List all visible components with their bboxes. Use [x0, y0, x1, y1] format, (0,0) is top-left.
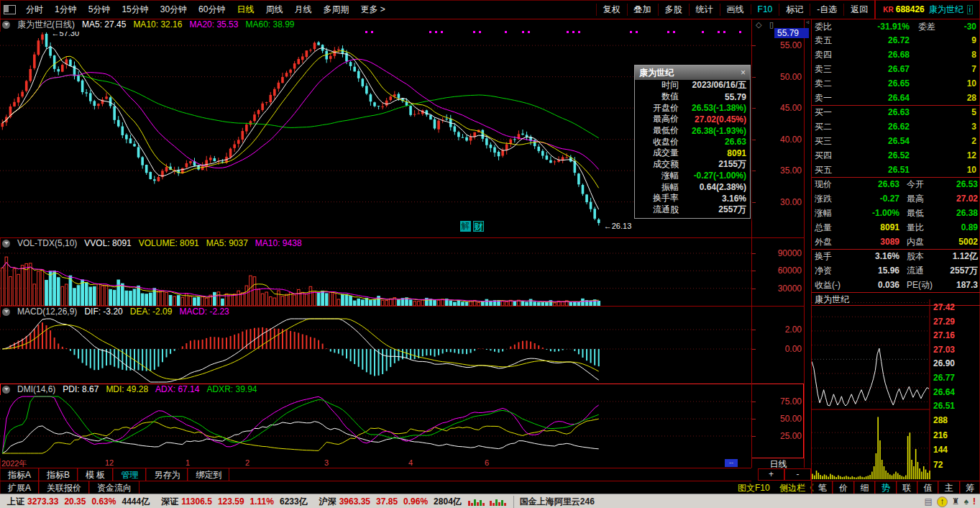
tab-另存为[interactable]: 另存为 — [146, 468, 188, 481]
chevron-down-icon[interactable] — [2, 21, 10, 29]
timeframe-周线[interactable]: 周线 — [260, 4, 288, 16]
bid-price[interactable]: 26.52 — [848, 150, 910, 160]
sidebar-tab-价[interactable]: 价 — [833, 481, 853, 494]
popup-row: 成交量8091 — [635, 148, 750, 159]
sidebar-tab-筹[interactable]: 筹 — [960, 481, 980, 494]
page-icon[interactable]: ▤ — [925, 496, 933, 507]
ask-price[interactable]: 26.68 — [848, 50, 910, 60]
tab-指标B[interactable]: 指标B — [39, 468, 78, 481]
chevron-down-icon[interactable] — [2, 308, 10, 316]
popup-row-value: 27.02(0.45%) — [679, 114, 746, 124]
bid-price[interactable]: 26.51 — [848, 165, 910, 175]
timeframe-60分钟[interactable]: 60分钟 — [193, 4, 231, 16]
timeframe-15分钟[interactable]: 15分钟 — [116, 4, 154, 16]
zoom-in-button[interactable]: + — [758, 468, 784, 481]
tab-管理[interactable]: 管理 — [113, 468, 146, 481]
tab-扩展A[interactable]: 扩展A — [0, 481, 39, 494]
tree-icon[interactable]: ♠ — [964, 496, 968, 507]
macd-chart[interactable] — [0, 317, 751, 384]
event-marker-dot — [429, 31, 431, 33]
sidebar-tab-笔[interactable]: 笔 — [812, 481, 833, 494]
page-icon[interactable]: ▯ — [769, 20, 774, 30]
mini-intraday-chart[interactable] — [812, 299, 930, 479]
timeframe-多周期[interactable]: 多周期 — [317, 4, 354, 16]
index-name[interactable]: 深证 — [161, 496, 178, 508]
sidebar-tab-势[interactable]: 势 — [875, 481, 896, 494]
sidebar-tab-主[interactable]: 主 — [938, 481, 959, 494]
tab-绑定到[interactable]: 绑定到 — [188, 468, 229, 481]
timeframe-更多 >[interactable]: 更多 > — [354, 4, 390, 16]
price-header-seg: 康为世纪(日线) — [17, 19, 75, 31]
ask-price[interactable]: 26.65 — [848, 78, 910, 89]
popup-row-label: 换手率 — [638, 192, 679, 204]
ask-price[interactable]: 26.64 — [848, 93, 910, 103]
upload-circle-icon[interactable]: ↑ — [937, 496, 948, 507]
tab-资金流向[interactable]: 资金流向 — [89, 481, 139, 494]
tab-关联报价[interactable]: 关联报价 — [39, 481, 89, 494]
menu-标记[interactable]: 标记 — [779, 4, 810, 16]
sidebar-toggle-button[interactable]: 侧边栏《 — [779, 482, 814, 494]
alert-icon[interactable]: ! — [973, 496, 976, 507]
bid-price[interactable]: 26.63 — [848, 107, 910, 117]
timeframe-5分钟[interactable]: 5分钟 — [83, 4, 116, 16]
event-marker-dot — [567, 31, 569, 33]
close-icon[interactable]: × — [741, 68, 746, 78]
axis-tick — [752, 289, 756, 289]
sidebar-tab-细[interactable]: 细 — [854, 481, 875, 494]
quote-sidebar: 委比-31.91%委差-30卖五26.729卖四26.688卖三26.677卖二… — [811, 19, 980, 481]
timeframe-分时[interactable]: 分时 — [20, 4, 49, 16]
ask-price[interactable]: 26.67 — [848, 64, 910, 74]
timeframe-日线[interactable]: 日线 — [231, 4, 260, 16]
cai-button[interactable]: 财 — [473, 221, 484, 232]
zoom-out-button[interactable]: - — [784, 468, 811, 481]
menu-画线[interactable]: 画线 — [720, 4, 751, 16]
stat-row: 总量8091量比0.89 — [812, 220, 980, 235]
menu-统计[interactable]: 统计 — [689, 4, 720, 16]
volume-chart[interactable] — [0, 249, 751, 306]
chevron-down-icon[interactable] — [2, 386, 10, 394]
h-scrollbar-thumb[interactable]: -- — [725, 459, 738, 467]
mini-barchart-icon[interactable] — [468, 497, 485, 506]
bid-price[interactable]: 26.62 — [848, 122, 910, 132]
menu-多股[interactable]: 多股 — [658, 4, 689, 16]
mini-barchart-icon[interactable] — [490, 497, 507, 506]
ask-price[interactable]: 26.72 — [848, 35, 910, 45]
menu-叠加[interactable]: 叠加 — [627, 4, 658, 16]
bid-price[interactable]: 26.54 — [848, 136, 910, 146]
menu-返回[interactable]: 返回 — [843, 4, 874, 16]
popup-row: 换手率3.16% — [635, 193, 750, 204]
popup-row: 最高价27.02(0.45%) — [635, 114, 750, 125]
server-name[interactable]: 国金上海阿里云246 — [513, 496, 595, 508]
diamond-icon[interactable]: ◇ — [756, 20, 761, 30]
sidebar-tab-值[interactable]: 值 — [917, 481, 938, 494]
stock-info-icon[interactable]: i — [967, 5, 973, 14]
menu-复权[interactable]: 复权 — [596, 4, 627, 16]
panel-splitter[interactable]: ◃ — [804, 19, 811, 468]
window-icon[interactable] — [4, 5, 16, 14]
weicha-label: 委差 — [910, 21, 951, 33]
menu--自选[interactable]: -自选 — [810, 4, 843, 16]
index-value: 11306.5 — [181, 496, 212, 507]
dmi-chart[interactable] — [0, 395, 751, 458]
timeframe-1分钟[interactable]: 1分钟 — [49, 4, 83, 16]
index-name[interactable]: 沪深 — [319, 496, 336, 508]
index-value: 3273.33 — [27, 496, 58, 507]
tab-指标A[interactable]: 指标A — [0, 468, 39, 481]
timeframe-30分钟[interactable]: 30分钟 — [155, 4, 193, 16]
axis-tick — [752, 402, 756, 402]
chevron-down-icon[interactable] — [2, 240, 10, 248]
index-amount: 6233亿 — [280, 496, 308, 508]
popup-row-value: 3.16% — [679, 194, 746, 204]
event-marker-dot — [371, 31, 373, 33]
sidebar-tab-联[interactable]: 联 — [897, 481, 917, 494]
jie-button[interactable]: 解 — [460, 221, 471, 232]
menu-F10[interactable]: F10 — [751, 4, 779, 14]
timeframe-月线[interactable]: 月线 — [288, 4, 317, 16]
antenna-icon[interactable]: ♜ — [952, 496, 960, 507]
bid-label: 买五 — [812, 164, 848, 176]
event-marker-dot — [673, 31, 675, 33]
tab-模 板[interactable]: 模 板 — [78, 468, 113, 481]
popup-title-bar[interactable]: 康为世纪 × — [635, 65, 750, 80]
bid-row: 买一26.635 — [812, 105, 980, 119]
index-name[interactable]: 上证 — [7, 496, 24, 508]
